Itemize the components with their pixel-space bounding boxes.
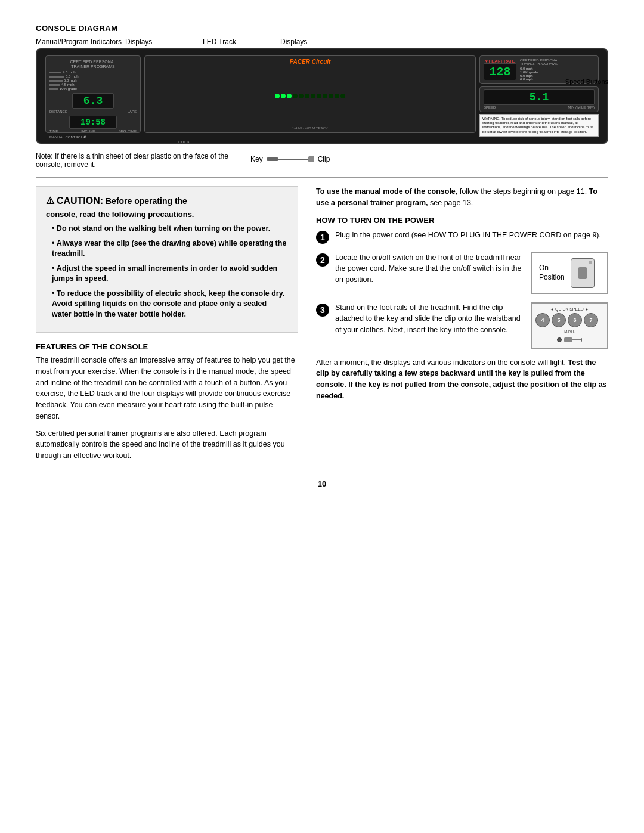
step-1-num: 1 [316,231,329,244]
step-2-text: Locate the on/off switch on the front of… [335,252,525,286]
annotation-line [545,82,563,82]
caution-item-2: • Always wear the clip (see the drawing … [46,239,288,259]
led-dot [299,94,304,98]
caution-item-1: • Do not stand on the walking belt when … [46,224,288,234]
panel-right-speeds-label: CERTIFIED PERSONALTRAINER PROGRAMS [520,58,559,66]
qs-key-graphic [564,336,582,344]
features-para1: The treadmill console offers an impressi… [36,355,298,422]
label-distance: DISTANCE [49,110,67,113]
intro-text: To use the manual mode of the console, f… [316,186,608,209]
led-dot [335,94,339,98]
led-dot [305,94,309,98]
display-labels2: TIME INCLINE SEG. TIME [49,129,137,133]
led-dot [293,94,298,98]
led-track-bar [275,94,345,98]
step-2-image: OnPosition [531,252,608,294]
step-1-text: Plug in the power cord (see HOW TO PLUG … [335,230,608,241]
right-column: To use the manual mode of the console, f… [316,186,608,467]
key-label-text: Key [250,155,263,163]
quick-speed-label: QUICK SPEED [172,140,196,144]
step-3-image: ◄ QUICK SPEED ► 4 5 6 7 M.P.H. [531,302,608,349]
svg-rect-2 [308,156,314,162]
switch-button [578,267,587,279]
qs-btn-4: 4 [535,313,550,327]
manual-control-label: MANUAL CONTROL ❸ [49,135,137,139]
step-3-text: Stand on the foot rails of the treadmill… [335,302,525,336]
on-position-box: OnPosition [531,252,608,294]
main-content: ⚠ CAUTION: Before operating the console,… [36,186,608,467]
panel-right-bottom: 5.1 SPEED MIN / MILE (KM) [479,86,599,112]
track-label: 1/4 MI / 400 M TRACK [292,126,328,130]
led-dot [323,94,327,98]
on-position-label: OnPosition [539,264,565,282]
caution-word: CAUTION: [57,196,103,206]
svg-rect-3 [564,337,572,342]
label-laps: LAPS [128,110,137,113]
warning-note: WARNING: To reduce risk of serious injur… [479,114,599,137]
label-speed: SPEED [484,106,496,109]
led-dot [281,94,286,98]
led-dot [340,94,345,98]
qs-btn-6: 6 [568,313,582,327]
panel-left: CERTIFIED PERSONALTRAINER PROGRAMS 4.0 m… [45,55,141,133]
led-dot [275,94,280,98]
features-title: FEATURES OF THE CONSOLE [36,342,298,351]
console-wrapper: CERTIFIED PERSONALTRAINER PROGRAMS 4.0 m… [36,48,608,144]
console-box: CERTIFIED PERSONALTRAINER PROGRAMS 4.0 m… [36,48,608,144]
caution-icon: ⚠ [46,196,54,206]
qs-btn-7: 7 [584,313,598,327]
label-displays1: Displays [125,38,203,46]
diagram-labels-row: Manual/Program Indicators Displays LED T… [36,38,608,46]
led-dot [329,94,333,98]
display-labels4: SPEED MIN / MILE (KM) [484,106,595,109]
panel-certified-title: CERTIFIED PERSONALTRAINER PROGRAMS [49,60,137,69]
final-text: After a moment, the displays and various… [316,357,608,402]
panel-speeds: 4.0 mph 5.0 mph 5.0 mph 4.5 mph 10% grad… [49,70,137,91]
panel-right-group: ♥ HEART RATE 128 CERTIFIED PERSONALTRAIN… [479,55,599,133]
step-3-row: 3 Stand on the foot rails of the treadmi… [316,302,608,349]
pacer-label: PACER Circuit [290,58,331,65]
caution-subheader: console, read the following precautions. [46,210,288,219]
how-to-title: HOW TO TURN ON THE POWER [316,216,608,225]
console-diagram-title: CONSOLE DIAGRAM [36,24,608,33]
caution-header: ⚠ CAUTION: Before operating the [46,195,288,206]
speed-buttons-annotation: Speed Buttons [545,78,608,85]
console-note: Note: If there is a thin sheet of clear … [36,152,239,169]
label-time: TIME [49,129,58,133]
step-1-row: 1 Plug in the power cord (see HOW TO PLU… [316,230,608,244]
label-seg-time: SEG. TIME [119,129,137,133]
led-dot [311,94,315,98]
qs-key-area [535,336,603,344]
qs-dot1 [557,337,562,342]
label-min-mile: MIN / MILE (KM) [568,106,595,109]
caution-item-4: • To reduce the possibility of electric … [46,289,288,320]
qs-mph: M.P.H. [535,330,603,333]
key-cord-graphic [267,155,314,163]
speed-buttons-label: Speed Buttons [565,78,608,85]
features-section: FEATURES OF THE CONSOLE The treadmill co… [36,342,298,462]
qs-buttons: 4 5 6 7 [535,313,603,327]
on-switch-graphic [571,258,595,288]
label-displays2: Displays [280,38,307,46]
label-led-track: LED Track [203,38,280,46]
led-dot [317,94,321,98]
display-large1: 6.3 [72,93,114,109]
display-labels1: DISTANCE LAPS [49,110,137,113]
section-divider [36,177,608,178]
page-number: 10 [36,479,608,488]
label-incline: INCLINE [81,129,95,133]
caution-item-3: • Adjust the speed in small increments i… [46,264,288,284]
display-large2: 19:58 [69,116,117,129]
console-diagram-section: CONSOLE DIAGRAM Manual/Program Indicator… [36,24,608,169]
heart-rate-label: ♥ HEART RATE [485,59,515,63]
qs-label: ◄ QUICK SPEED ► [535,307,603,311]
display-large4: 5.1 [484,89,595,105]
led-dot [287,94,292,98]
features-para2: Six certified personal trainer programs … [36,428,298,462]
svg-rect-0 [267,157,278,161]
label-manual-program: Manual/Program Indicators [36,38,125,46]
qs-btn-5: 5 [552,313,566,327]
left-column: ⚠ CAUTION: Before operating the console,… [36,186,298,467]
step-2-row: 2 Locate the on/off switch on the front … [316,252,608,294]
caution-box: ⚠ CAUTION: Before operating the console,… [36,186,298,333]
